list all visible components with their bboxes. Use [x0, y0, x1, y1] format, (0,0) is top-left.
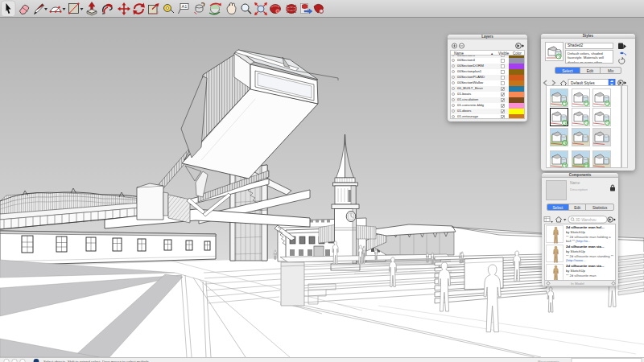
svg-text:3D Warehou: 3D Warehou	[576, 218, 597, 222]
svg-text:D: D	[320, 10, 323, 14]
svg-text:A1: A1	[182, 4, 188, 9]
